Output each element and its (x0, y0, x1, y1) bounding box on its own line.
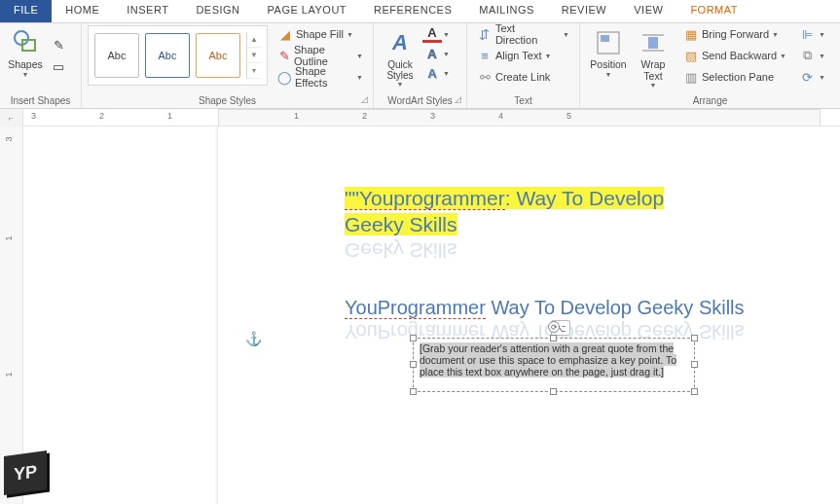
align-text-button[interactable]: ≡ Align Text ▼ (473, 46, 573, 65)
shapes-button[interactable]: Shapes ▼ (6, 25, 45, 93)
gallery-up[interactable]: ▲ (247, 32, 261, 48)
tab-file[interactable]: FILE (0, 0, 52, 22)
selection-pane-button[interactable]: ▥ Selection Pane (679, 67, 790, 87)
ruler-corner[interactable]: ⌐ (0, 109, 23, 126)
chevron-down-icon: ▼ (347, 31, 353, 38)
send-backward-icon: ▧ (683, 48, 699, 63)
wordart-text: Geeky Skills (345, 213, 457, 235)
textbox-icon: ▭ (51, 58, 66, 74)
rotate-objects-button[interactable]: ⟳▼ (796, 67, 829, 87)
wordart-heading-2[interactable]: YouProgrammer Way To Develop Geeky Skill… (345, 297, 745, 319)
ruler-horizontal: ⌐ 3 2 1 1 2 3 4 5 (0, 109, 840, 126)
wordart-text: ""Youprogrammer (345, 187, 505, 210)
textbox-button[interactable]: ▭ (47, 56, 70, 76)
quick-styles-button[interactable]: A Quick Styles ▼ (380, 25, 420, 93)
resize-handle-tr[interactable] (691, 335, 698, 342)
text-effects-button[interactable]: A (422, 64, 442, 82)
text-direction-button[interactable]: ⇵ Text Direction ▼ (473, 24, 573, 44)
bring-forward-button[interactable]: ▦ Bring Forward ▼ (679, 24, 790, 44)
vruler-num: 1 (4, 235, 14, 240)
wordart-heading-1[interactable]: ""Youprogrammer: Way To Develop Geeky Sk… (345, 185, 664, 238)
gallery-more[interactable]: ▾ (247, 63, 261, 79)
create-link-button[interactable]: ⚯ Create Link (473, 67, 573, 87)
dialog-launcher[interactable]: ◿ (452, 93, 463, 105)
tab-references[interactable]: REFERENCES (360, 0, 465, 22)
align-text-icon: ≡ (477, 48, 493, 63)
shape-style-gallery[interactable]: Abc Abc Abc ▲ ▼ ▾ (88, 25, 268, 86)
group-text: ⇵ Text Direction ▼ ≡ Align Text ▼ ⚯ Crea… (467, 23, 580, 108)
edit-shape-button[interactable]: ✎ (47, 35, 70, 54)
tab-review[interactable]: REVIEW (548, 0, 620, 22)
tab-home[interactable]: HOME (52, 0, 113, 22)
ribbon: Shapes ▼ ✎ ▭ Insert Shapes Abc Abc Abc ▲… (0, 23, 840, 109)
yp-watermark-logo: YP (4, 453, 58, 500)
shape-effects-button[interactable]: ◯ Shape Effects ▼ (274, 67, 367, 87)
tab-format[interactable]: FORMAT (676, 0, 751, 22)
chevron-down-icon: ▼ (650, 82, 657, 89)
shape-style-item-1[interactable]: Abc (94, 33, 139, 78)
shape-fill-label: Shape Fill (296, 28, 344, 40)
svg-rect-4 (648, 37, 658, 49)
align-objects-button[interactable]: ⊫▼ (796, 24, 829, 44)
chevron-down-icon: ▼ (22, 71, 29, 78)
yp-logo-text: YP (4, 450, 47, 495)
tab-mailings[interactable]: MAILINGS (465, 0, 548, 22)
group-objects-button[interactable]: ⧉▼ (796, 46, 829, 65)
position-icon (593, 27, 624, 58)
ruler-num: 4 (498, 111, 503, 121)
vruler-num: 1 (4, 372, 14, 377)
resize-handle-bl[interactable] (410, 388, 417, 395)
shape-fill-button[interactable]: ◢ Shape Fill ▼ (274, 24, 367, 44)
bring-forward-label: Bring Forward (702, 28, 769, 40)
page: ""Youprogrammer: Way To Develop Geeky Sk… (218, 126, 840, 504)
resize-handle-lm[interactable] (410, 361, 417, 368)
dialog-launcher[interactable]: ◿ (358, 93, 370, 105)
tab-page-layout[interactable]: PAGE LAYOUT (254, 0, 361, 22)
align-text-label: Align Text (495, 50, 542, 61)
svg-rect-3 (601, 35, 609, 42)
reflection: Geeky Skills (345, 237, 457, 264)
gallery-down[interactable]: ▼ (247, 48, 261, 63)
chevron-down-icon: ▼ (443, 31, 450, 38)
chevron-down-icon: ▼ (780, 53, 786, 59)
text-direction-label: Text Direction (495, 22, 560, 46)
tab-design[interactable]: DESIGN (182, 0, 253, 22)
chevron-down-icon: ▼ (819, 53, 825, 59)
ruler-num: 5 (566, 111, 571, 121)
resize-handle-tl[interactable] (410, 335, 417, 342)
text-outline-button[interactable]: A (422, 45, 442, 62)
resize-handle-rm[interactable] (691, 361, 698, 368)
bucket-icon: ◢ (277, 26, 293, 42)
resize-handle-tm[interactable] (550, 335, 557, 342)
ruler-h-track[interactable]: 3 2 1 1 2 3 4 5 (23, 109, 840, 126)
ruler-vertical[interactable]: 3 1 1 (0, 126, 23, 504)
textbox-content[interactable]: [Grab your reader's attention with a gre… (420, 342, 676, 378)
chevron-down-icon: ▼ (443, 70, 450, 77)
text-fill-button[interactable]: A (422, 25, 442, 43)
document-canvas[interactable]: ""Youprogrammer: Way To Develop Geeky Sk… (23, 126, 840, 504)
group-label: Arrange (580, 95, 840, 106)
pen-icon: ✎ (277, 48, 291, 63)
position-button[interactable]: Position ▼ (586, 25, 631, 93)
group-label: Shape Styles (82, 95, 373, 106)
ruler-num: 2 (99, 111, 104, 121)
ruler-num: 1 (294, 111, 299, 121)
shape-style-item-3[interactable]: Abc (196, 33, 240, 78)
tab-view[interactable]: VIEW (620, 0, 676, 22)
tab-insert[interactable]: INSERT (113, 0, 182, 22)
effects-icon: ◯ (277, 69, 292, 85)
create-link-label: Create Link (495, 71, 550, 83)
position-label: Position (590, 59, 626, 71)
selected-textbox[interactable]: [Grab your reader's attention with a gre… (413, 338, 695, 392)
anchor-icon[interactable]: ⚓ (245, 331, 262, 346)
shape-outline-button[interactable]: ✎ Shape Outline ▼ (274, 46, 367, 65)
wrap-text-button[interactable]: Wrap Text ▼ (631, 25, 676, 93)
resize-handle-br[interactable] (691, 388, 698, 395)
send-backward-button[interactable]: ▧ Send Backward ▼ (679, 46, 790, 65)
resize-handle-bm[interactable] (550, 388, 557, 395)
group-wordart-styles: A Quick Styles ▼ A▼ A▼ A▼ WordArt Styles… (374, 23, 467, 108)
shape-style-item-2[interactable]: Abc (145, 33, 190, 78)
chevron-down-icon: ▼ (356, 53, 363, 59)
rotate-handle[interactable]: ⟳ (548, 321, 560, 333)
quick-styles-label: Quick Styles (380, 59, 420, 81)
